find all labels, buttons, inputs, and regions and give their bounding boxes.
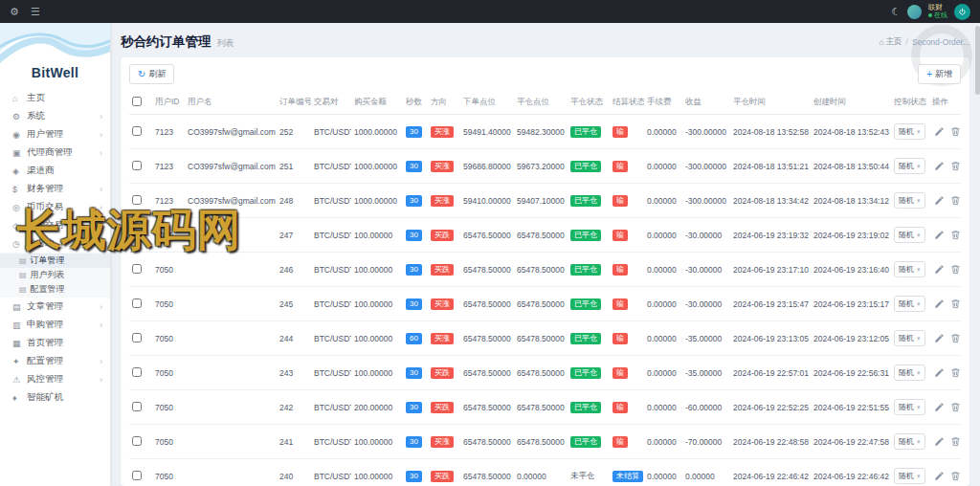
control-status-select[interactable]: 随机▾ — [894, 296, 925, 312]
cell-settle-status: 未结算 — [610, 459, 644, 486]
row-checkbox[interactable] — [132, 230, 142, 239]
row-checkbox[interactable] — [132, 298, 142, 308]
row-checkbox[interactable] — [132, 126, 142, 136]
page-subtitle: 列表 — [217, 37, 234, 50]
breadcrumb-home-label: 主页 — [886, 36, 902, 48]
control-status-select[interactable]: 随机▾ — [894, 468, 925, 484]
sidebar-item-4[interactable]: ◈渠道商 — [0, 162, 110, 180]
cell-seconds: 30 — [403, 218, 428, 253]
cell-order-no: 251 — [277, 149, 311, 184]
cell-order-no: 245 — [277, 287, 311, 321]
delete-icon[interactable] — [950, 471, 961, 481]
toolbar: ↻ 刷新 + 新增 — [129, 64, 961, 84]
sidebar-item-3[interactable]: ▣代理商管理› — [0, 144, 110, 162]
sidebar-item-12[interactable]: ✦配置管理› — [0, 352, 110, 370]
control-status-select[interactable]: 随机▾ — [894, 433, 925, 450]
sidebar-item-14[interactable]: ♦智能矿机 — [0, 388, 110, 407]
sidebar-item-7[interactable]: ◇合约交易› — [0, 216, 110, 234]
caret-down-icon: ▾ — [917, 300, 921, 308]
scrollbar-thumb[interactable] — [975, 26, 980, 95]
sidebar-subitem-2[interactable]: ▤配置管理 — [0, 282, 110, 297]
control-status-select[interactable]: 随机▾ — [894, 227, 925, 243]
sidebar-item-1[interactable]: ⚙系统› — [0, 107, 110, 125]
sidebar-subitem-0[interactable]: ▤订单管理 — [0, 254, 110, 268]
delete-icon[interactable] — [950, 436, 961, 447]
sidebar-item-label: 代理商管理 — [27, 146, 96, 159]
row-checkbox[interactable] — [132, 161, 142, 170]
edit-icon[interactable] — [934, 230, 945, 240]
sidebar-item-11[interactable]: ▦首页管理 — [0, 334, 110, 352]
row-checkbox[interactable] — [132, 402, 142, 411]
sidebar-item-5[interactable]: $财务管理› — [0, 180, 110, 198]
column-header: 操作 — [929, 91, 961, 115]
row-checkbox[interactable] — [132, 195, 142, 205]
row-checkbox[interactable] — [132, 264, 142, 274]
sidebar-item-9[interactable]: ▤文章管理› — [0, 298, 110, 316]
chevron-right-icon: › — [100, 148, 102, 158]
delete-icon[interactable] — [950, 264, 961, 275]
edit-icon[interactable] — [934, 471, 945, 481]
content-card: ↻ 刷新 + 新增 用户ID用户名订单编号交易对购买金额秒数方向下单点位平仓点位… — [121, 57, 969, 486]
delete-icon[interactable] — [950, 230, 961, 240]
sidebar-subitem-1[interactable]: ▤用户列表 — [0, 268, 110, 282]
menu-toggle-icon[interactable]: ☰ — [31, 7, 40, 17]
caret-down-icon: ▾ — [917, 128, 921, 136]
edit-icon[interactable] — [934, 333, 945, 343]
avatar[interactable] — [907, 5, 922, 19]
control-status-select[interactable]: 随机▾ — [894, 123, 925, 140]
edit-icon[interactable] — [934, 402, 945, 412]
refresh-icon: ↻ — [138, 70, 145, 79]
row-checkbox[interactable] — [132, 367, 142, 377]
online-dot — [928, 13, 932, 17]
edit-icon[interactable] — [934, 436, 945, 447]
status-badge: 输 — [612, 264, 628, 276]
chevron-right-icon: › — [100, 375, 102, 385]
delete-icon[interactable] — [950, 367, 961, 378]
select-all-checkbox[interactable] — [132, 97, 142, 106]
sidebar-item-10[interactable]: ▥申购管理› — [0, 316, 110, 334]
row-checkbox[interactable] — [132, 471, 142, 480]
delete-icon[interactable] — [950, 298, 961, 309]
logout-button[interactable] — [954, 4, 970, 20]
scrollbar[interactable] — [975, 23, 980, 486]
edit-icon[interactable] — [934, 367, 945, 378]
control-status-select[interactable]: 随机▾ — [894, 399, 925, 415]
delete-icon[interactable] — [950, 402, 961, 412]
sidebar-item-0[interactable]: ⌂主页 — [0, 89, 110, 107]
cell-create-time: 2024-08-18 13:50:44 — [811, 149, 891, 184]
edit-icon[interactable] — [934, 126, 945, 137]
delete-icon[interactable] — [950, 126, 961, 137]
gear-icon[interactable]: ⚙ — [10, 7, 19, 17]
row-checkbox[interactable] — [132, 333, 142, 342]
breadcrumb-current[interactable]: Second-Order... — [912, 37, 969, 47]
edit-icon[interactable] — [934, 264, 945, 275]
delete-icon[interactable] — [950, 161, 961, 171]
sidebar-item-2[interactable]: ◉用户管理› — [0, 125, 110, 144]
refresh-button[interactable]: ↻ 刷新 — [129, 64, 174, 84]
cell-profit: -300.00000 — [682, 184, 730, 218]
control-status-select[interactable]: 随机▾ — [894, 364, 925, 381]
edit-icon[interactable] — [934, 298, 945, 309]
edit-icon[interactable] — [934, 195, 945, 206]
delete-icon[interactable] — [950, 333, 961, 343]
control-status-select[interactable]: 随机▾ — [894, 330, 925, 346]
cell-profit: -35.00000 — [682, 356, 730, 390]
moon-icon[interactable]: ☾ — [891, 7, 901, 17]
edit-icon[interactable] — [934, 161, 945, 171]
delete-icon[interactable] — [950, 195, 961, 206]
row-checkbox[interactable] — [132, 436, 142, 446]
chevron-right-icon: › — [100, 130, 102, 140]
breadcrumb-home[interactable]: ⌂主页 — [879, 36, 902, 48]
add-button[interactable]: + 新增 — [918, 64, 961, 84]
cell-close-time: 2024-08-18 13:52:58 — [730, 115, 811, 149]
sidebar-item-8[interactable]: ◷秒合约⌄ — [0, 234, 110, 253]
control-status-select[interactable]: 随机▾ — [894, 261, 925, 277]
cell-settle-status: 输 — [610, 287, 644, 321]
control-status-select[interactable]: 随机▾ — [894, 158, 925, 174]
sidebar-item-13[interactable]: ⚠风控管理› — [0, 370, 110, 388]
sidebar-item-6[interactable]: ◎币币交易› — [0, 198, 110, 216]
cell-close-time: 2024-08-18 13:34:42 — [730, 184, 811, 218]
chevron-right-icon: › — [100, 203, 102, 212]
status-badge: 买跌 — [431, 230, 454, 241]
control-status-select[interactable]: 随机▾ — [894, 192, 925, 209]
